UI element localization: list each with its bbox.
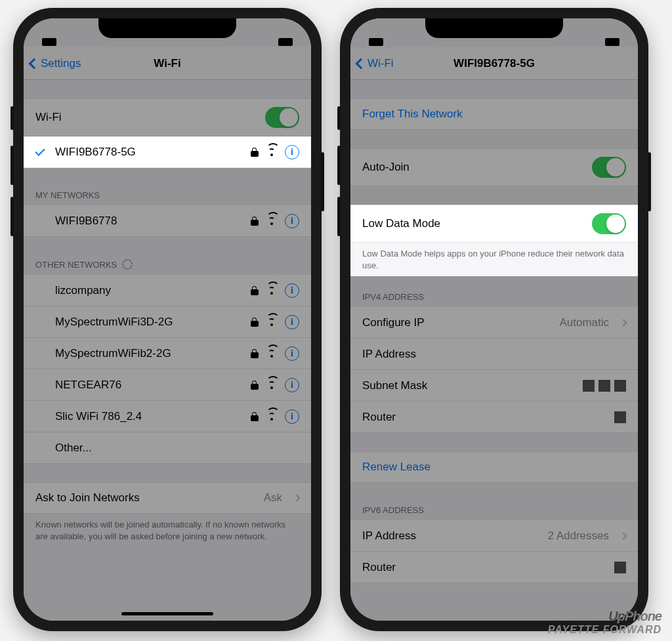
forget-label: Forget This Network: [362, 108, 626, 121]
nav-back-label: Wi-Fi: [368, 57, 394, 70]
info-icon[interactable]: i: [285, 315, 299, 329]
network-row[interactable]: WIFI9B6778 i: [24, 205, 311, 237]
info-icon[interactable]: i: [285, 346, 299, 361]
info-icon[interactable]: i: [285, 409, 299, 424]
ask-join-label: Ask to Join Networks: [35, 491, 256, 505]
network-name: NETGEAR76: [55, 379, 243, 392]
watermark-line1: UpPhone: [548, 609, 662, 624]
ip-address-label: IP Address: [362, 348, 626, 361]
auto-join-label: Auto-Join: [362, 161, 584, 174]
ip-address-row: IP Address: [350, 339, 638, 370]
chevron-right-icon: [620, 319, 627, 326]
wifi-label: Wi-Fi: [35, 111, 257, 124]
configure-ip-label: Configure IP: [362, 316, 551, 329]
router-label: Router: [362, 411, 606, 424]
network-row[interactable]: MySpectrumWiFi3D-2G i: [24, 306, 311, 338]
ipv6-header: IPV6 ADDRESS: [350, 501, 638, 520]
network-row[interactable]: NETGEAR76 i: [24, 369, 311, 401]
connected-network-row[interactable]: WIFI9B6778-5G i: [24, 136, 311, 168]
wifi-signal-icon: [266, 287, 277, 295]
router-row: Router: [350, 402, 638, 433]
nav-title: WIFI9B6778-5G: [453, 57, 535, 70]
other-label: Other...: [55, 442, 299, 455]
network-name: lizcompany: [55, 284, 243, 297]
info-icon[interactable]: i: [285, 378, 299, 392]
watermark: UpPhone PAYETTE FORWARD: [548, 609, 662, 636]
chevron-right-icon: [620, 532, 627, 539]
ask-join-footer: Known networks will be joined automatica…: [24, 514, 311, 546]
network-row[interactable]: MySpectrumWiFib2-2G i: [24, 338, 311, 369]
configure-ip-value: Automatic: [559, 316, 609, 329]
network-name: MySpectrumWiFib2-2G: [55, 347, 243, 360]
wifi-signal-icon: [266, 413, 277, 421]
home-indicator: [121, 612, 213, 615]
phone-right: Wi-Fi WIFI9B6778-5G Forget This Network …: [340, 8, 648, 631]
spinner-icon: [122, 259, 133, 270]
wifi-toggle[interactable]: [265, 107, 299, 128]
wifi-toggle-row[interactable]: Wi-Fi: [24, 98, 311, 136]
low-data-mode-row[interactable]: Low Data Mode: [350, 205, 638, 243]
ipv6-router-label: Router: [362, 561, 606, 574]
power-button: [321, 152, 324, 211]
subnet-mask-row: Subnet Mask: [350, 370, 638, 402]
phone-left: Settings Wi-Fi Wi-Fi WIFI9B6778-5G i: [13, 8, 322, 631]
auto-join-toggle[interactable]: [592, 157, 626, 178]
lock-icon: [251, 381, 259, 390]
volume-up: [337, 146, 341, 185]
forget-network-button[interactable]: Forget This Network: [350, 98, 638, 130]
ipv6-ip-row[interactable]: IP Address 2 Addresses: [350, 520, 638, 552]
wifi-signal-icon: [266, 350, 277, 358]
low-data-mode-footer: Low Data Mode helps apps on your iPhone …: [350, 243, 638, 275]
ipv6-ip-value: 2 Addresses: [547, 529, 609, 543]
other-networks-header: OTHER NETWORKS: [24, 255, 311, 275]
other-networks-header-text: OTHER NETWORKS: [35, 260, 117, 270]
mute-switch: [10, 106, 14, 130]
low-data-mode-label: Low Data Mode: [362, 217, 584, 230]
nav-back-button[interactable]: Settings: [30, 57, 81, 70]
status-right: [278, 38, 293, 46]
status-left: [42, 38, 56, 46]
network-name: WIFI9B6778: [55, 215, 243, 228]
other-network-row[interactable]: Other...: [24, 432, 311, 464]
network-name: MySpectrumWiFi3D-2G: [55, 316, 243, 329]
lock-icon: [251, 217, 259, 226]
notch: [425, 18, 563, 38]
lock-icon: [251, 286, 259, 295]
network-row[interactable]: Slic WiFi 786_2.4 i: [24, 401, 311, 432]
ask-to-join-row[interactable]: Ask to Join Networks Ask: [24, 482, 311, 514]
lock-icon: [251, 318, 259, 327]
lock-icon: [251, 412, 259, 421]
ipv6-ip-label: IP Address: [362, 529, 539, 543]
status-left: [369, 38, 383, 46]
subnet-redacted: [583, 380, 626, 392]
network-name: Slic WiFi 786_2.4: [55, 410, 243, 423]
network-row[interactable]: lizcompany i: [24, 275, 311, 306]
my-networks-header: MY NETWORKS: [24, 186, 311, 205]
wifi-signal-icon: [266, 381, 277, 389]
chevron-left-icon: [356, 58, 367, 69]
status-right: [605, 38, 620, 46]
info-icon[interactable]: i: [285, 283, 299, 298]
renew-lease-button[interactable]: Renew Lease: [350, 451, 638, 483]
configure-ip-row[interactable]: Configure IP Automatic: [350, 307, 638, 339]
nav-bar: Settings Wi-Fi: [24, 47, 311, 80]
auto-join-row[interactable]: Auto-Join: [350, 148, 638, 186]
watermark-line2: PAYETTE FORWARD: [548, 624, 662, 636]
info-icon[interactable]: i: [285, 145, 299, 159]
nav-back-label: Settings: [41, 57, 81, 70]
notch: [98, 18, 236, 38]
power-button: [648, 152, 651, 211]
volume-down: [10, 197, 14, 236]
ipv4-header: IPV4 ADDRESS: [350, 288, 638, 307]
nav-back-button[interactable]: Wi-Fi: [357, 57, 394, 70]
info-icon[interactable]: i: [285, 214, 299, 228]
lock-icon: [251, 349, 259, 358]
volume-up: [10, 146, 14, 185]
nav-bar: Wi-Fi WIFI9B6778-5G: [350, 47, 638, 80]
low-data-mode-toggle[interactable]: [592, 213, 626, 234]
renew-lease-label: Renew Lease: [362, 461, 626, 474]
ipv6-router-row: Router: [350, 552, 638, 583]
volume-down: [337, 197, 341, 236]
chevron-left-icon: [29, 58, 40, 69]
checkmark-icon: [35, 146, 47, 158]
